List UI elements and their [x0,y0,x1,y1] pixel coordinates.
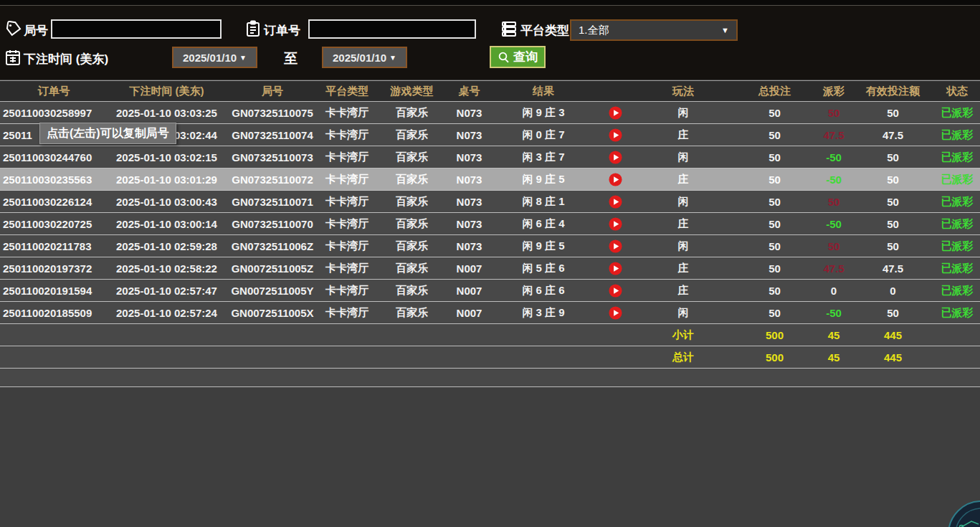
play-video-icon[interactable] [609,239,622,253]
clipboard-icon [244,20,262,37]
cell-bet-time: 2025-01-10 03:00:14 [108,213,226,234]
table-row[interactable]: 2501100202117832025-01-10 02:59:28GN0732… [0,235,980,257]
cell-play-type: 庄 [633,168,733,190]
cell-game-no[interactable]: GN07325110072 [226,168,319,190]
cell-game-no[interactable]: GN07325110073 [226,146,319,168]
date-from-picker[interactable]: 2025/01/10 ▼ [172,47,257,68]
cell-table-no: N073 [449,146,490,168]
cell-play-button[interactable] [597,146,633,168]
query-button-label: 查询 [513,49,538,65]
subtotal-row-label: 小计 [633,324,733,346]
total-row-spacer [0,346,108,368]
table-row[interactable]: 2501100302261242025-01-10 03:00:43GN0732… [0,191,980,213]
column-header-0: 订单号 [0,81,108,101]
table-row[interactable]: 2501100302355632025-01-10 03:01:29GN0732… [0,168,980,191]
play-video-icon[interactable] [609,106,622,120]
cell-game-no[interactable]: GN0072511005Z [226,257,319,279]
play-video-icon[interactable] [609,217,622,231]
platform-type-label: 平台类型 [520,22,569,39]
game-no-label: 局号 [24,22,48,39]
cell-order-no: 250110030258997 [0,102,108,123]
play-video-icon[interactable] [609,284,622,298]
cell-game-type: 百家乐 [375,146,449,168]
play-video-icon[interactable] [609,128,622,142]
subtotal-row-spacer [319,324,375,346]
table-row[interactable]: 2501100302589972025-01-10 03:03:25GN0732… [0,102,980,124]
total-row-valid-bet: 445 [852,346,934,368]
cell-order-no: 250110020191594 [0,280,108,301]
play-video-icon[interactable] [609,306,622,320]
cell-game-no[interactable]: GN07325110071 [226,191,319,212]
play-video-icon[interactable] [609,151,622,164]
cell-platform: 卡卡湾厅 [319,280,375,301]
chevron-down-icon: ▼ [239,54,247,62]
subtotal-row-spacer [0,324,108,346]
cell-table-no: N007 [449,280,490,301]
column-header-10: 派彩 [816,81,852,101]
cell-game-type: 百家乐 [375,213,449,234]
chevron-down-icon: ▼ [389,54,396,62]
play-video-icon[interactable] [609,173,622,186]
tag-icon [5,20,22,37]
date-to-picker[interactable]: 2025/01/10 ▼ [322,47,407,68]
subtotal-row-spacer [597,324,633,346]
table-row[interactable]: 2501100302447602025-01-10 03:02:15GN0732… [0,146,980,168]
cell-play-type: 庄 [633,280,733,301]
cell-payout: 50 [816,102,852,123]
top-strip [0,0,980,6]
cell-game-no[interactable]: GN0072511005Y [226,280,319,301]
order-no-input[interactable] [308,19,476,39]
cell-payout: -50 [816,146,852,168]
cell-play-button[interactable] [597,213,633,234]
cell-table-no: N073 [449,124,490,146]
cell-payout: 50 [816,191,852,212]
cell-game-type: 百家乐 [375,235,449,257]
play-video-icon[interactable] [609,195,622,209]
cell-play-type: 庄 [633,257,733,279]
cell-game-no[interactable]: GN07325110074 [226,124,319,146]
column-header-9: 总投注 [733,81,816,101]
table-row[interactable]: 2501100201973722025-01-10 02:58:22GN0072… [0,257,980,280]
play-video-icon[interactable] [609,262,622,275]
cell-play-button[interactable] [597,124,633,146]
cell-valid-bet: 47.5 [852,257,934,279]
table-row[interactable]: 2501100302207252025-01-10 03:00:14GN0732… [0,213,980,235]
cell-play-type: 闲 [633,102,733,123]
status-badge: 已派彩 [934,124,980,146]
cell-table-no: N073 [449,191,490,212]
cell-play-button[interactable] [597,102,633,123]
cell-result: 闲 0 庄 7 [490,124,597,146]
column-header-12: 状态 [934,81,980,101]
cell-result: 闲 3 庄 9 [490,302,597,323]
total-row-spacer [490,346,597,368]
cell-play-button[interactable] [597,168,633,190]
cell-play-button[interactable] [597,302,633,323]
table-row[interactable]: 2501100201855092025-01-10 02:57:24GN0072… [0,302,980,324]
table-row[interactable]: 2501100201915942025-01-10 02:57:47GN0072… [0,280,980,302]
status-badge: 已派彩 [934,280,980,301]
order-no-label: 订单号 [264,22,300,39]
floating-assistant-widget[interactable]: 27 [947,500,980,527]
cell-play-type: 庄 [633,124,733,146]
cell-game-no[interactable]: GN07325110075 [226,102,319,123]
column-header-3: 平台类型 [319,81,375,101]
cell-table-no: N073 [449,102,490,123]
cell-total-bet: 50 [733,302,816,323]
to-label: 至 [284,49,298,68]
date-to-value: 2025/01/10 [333,52,386,64]
cell-game-no[interactable]: GN0072511005X [226,302,319,323]
cell-table-no: N007 [449,257,490,279]
cell-play-button[interactable] [597,257,633,279]
query-button[interactable]: 查询 [490,46,546,68]
cell-play-button[interactable] [597,280,633,301]
cell-order-no: 250110030226124 [0,191,108,212]
cell-play-button[interactable] [597,235,633,257]
platform-type-select[interactable]: 1.全部 ▼ [570,19,738,41]
cell-game-no[interactable]: GN07325110070 [226,213,319,234]
cell-valid-bet: 50 [852,146,934,168]
cell-bet-time: 2025-01-10 02:58:22 [108,257,226,279]
cell-game-no[interactable]: GN0732511006Z [226,235,319,257]
status-badge: 已派彩 [934,191,980,212]
cell-play-button[interactable] [597,191,633,212]
game-no-input[interactable] [51,19,222,39]
